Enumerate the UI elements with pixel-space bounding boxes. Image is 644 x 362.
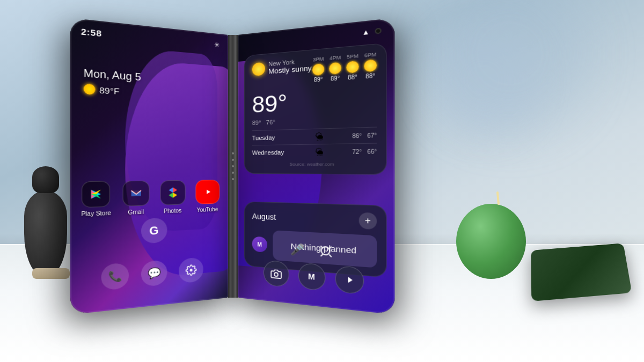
status-asterisk: ✳ bbox=[214, 41, 219, 49]
svg-point-4 bbox=[274, 272, 278, 276]
camera-cutout bbox=[375, 28, 382, 34]
sun-icon-3pm bbox=[312, 63, 324, 76]
app-youtube[interactable]: YouTube bbox=[195, 180, 219, 213]
youtube-icon bbox=[195, 180, 219, 204]
photos-label: Photos bbox=[164, 208, 181, 215]
weather-sun-icon bbox=[252, 62, 265, 76]
gmail-label: Gmail bbox=[128, 209, 144, 216]
coaster bbox=[32, 268, 70, 279]
sun-icon-6pm bbox=[364, 59, 377, 72]
youtube-dock-right-icon[interactable] bbox=[335, 265, 364, 295]
phone-hinge bbox=[228, 35, 238, 298]
svg-marker-5 bbox=[348, 277, 352, 283]
google-search[interactable]: G bbox=[141, 218, 167, 244]
status-time: 2:58 bbox=[81, 26, 102, 39]
left-screen: 2:58 ✳ Mon, Aug 5 89°F bbox=[70, 18, 228, 315]
foldable-phone: 2:58 ✳ Mon, Aug 5 89°F bbox=[86, 35, 397, 298]
camera-dock-icon[interactable] bbox=[263, 260, 289, 288]
phone-left-panel: 2:58 ✳ Mon, Aug 5 89°F bbox=[70, 18, 228, 315]
google-icon: G bbox=[141, 218, 167, 244]
date-section: Mon, Aug 5 89°F bbox=[84, 67, 141, 97]
bottom-dock-left: 📞 💬 bbox=[70, 255, 228, 293]
date-display: Mon, Aug 5 bbox=[84, 67, 141, 83]
phone-dock-icon[interactable]: 📞 bbox=[101, 263, 129, 291]
calendar-header: August + bbox=[252, 209, 377, 230]
hinge-dot bbox=[232, 172, 234, 174]
gmail-icon bbox=[122, 181, 149, 206]
tuesday-row: Tuesday 🌦 86° 67° bbox=[252, 127, 377, 145]
hourly-5pm: 5PM 88° bbox=[346, 53, 358, 81]
play-store-label: Play Store bbox=[81, 210, 111, 217]
weather-source: Source: weather.com bbox=[252, 161, 377, 167]
calendar-add-button[interactable]: + bbox=[359, 212, 377, 230]
sun-icon-4pm bbox=[329, 62, 341, 75]
hinge-dot bbox=[232, 152, 234, 154]
svg-point-2 bbox=[189, 269, 192, 272]
temp-display: 89°F bbox=[84, 84, 141, 98]
microphone-icon[interactable]: 🎤 bbox=[290, 242, 305, 260]
hinge-dot bbox=[232, 178, 234, 180]
weather-top-row: New York Mostly sunny 3PM 89° 4PM bbox=[252, 51, 377, 91]
app-gmail[interactable]: Gmail bbox=[122, 181, 149, 216]
photos-icon bbox=[160, 180, 185, 205]
settings-dock-icon[interactable] bbox=[178, 257, 203, 283]
vase-neck bbox=[32, 166, 59, 193]
sun-icon-5pm bbox=[346, 61, 358, 73]
messages-dock-right-icon[interactable]: M bbox=[298, 263, 325, 291]
hourly-3pm: 3PM 89° bbox=[312, 56, 324, 83]
vase-body bbox=[24, 190, 67, 276]
hinge-dot bbox=[232, 165, 234, 167]
phone-right-panel: ▲ New York Mostly sunny 3PM bbox=[238, 18, 394, 315]
app-icons-row: Play Store Gmail bbox=[70, 180, 228, 218]
wifi-icon: ▲ bbox=[362, 28, 370, 37]
flat-phone bbox=[531, 243, 632, 301]
app-photos[interactable]: Photos bbox=[160, 180, 185, 215]
calendar-month: August bbox=[252, 212, 276, 221]
hourly-4pm: 4PM 89° bbox=[329, 55, 341, 82]
hourly-6pm: 6PM 88° bbox=[364, 51, 377, 80]
app-play-store[interactable]: Play Store bbox=[81, 181, 111, 217]
sun-icon bbox=[84, 84, 96, 95]
wednesday-row: Wednesday 🌦 72° 66° bbox=[252, 143, 377, 160]
youtube-label: YouTube bbox=[196, 206, 218, 213]
weather-widget: New York Mostly sunny 3PM 89° 4PM bbox=[244, 43, 387, 175]
lens-icon[interactable] bbox=[319, 244, 333, 262]
right-screen: ▲ New York Mostly sunny 3PM bbox=[238, 18, 394, 315]
weather-location-group: New York Mostly sunny bbox=[252, 57, 312, 77]
weather-location-text: New York Mostly sunny bbox=[268, 57, 312, 76]
weather-temp-large: 89° bbox=[252, 86, 377, 116]
messages-dock-icon[interactable]: 💬 bbox=[141, 260, 167, 287]
hinge-dot bbox=[232, 159, 234, 161]
vase-decoration bbox=[16, 169, 75, 276]
play-store-icon bbox=[82, 181, 111, 208]
hourly-forecast: 3PM 89° 4PM 89° 5PM 88° bbox=[312, 51, 377, 83]
green-candle bbox=[456, 204, 526, 279]
